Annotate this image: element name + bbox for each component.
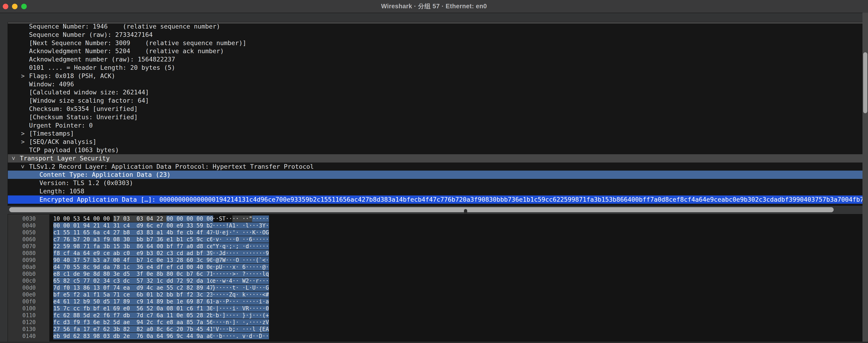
chevron-right-icon[interactable]: > (19, 72, 26, 80)
ascii-bytes[interactable]: ·b·]···· }·j···(+ (212, 312, 269, 319)
chevron-down-icon[interactable]: > (9, 155, 18, 162)
vertical-scrollbar[interactable] (863, 13, 868, 343)
hex-dump-row[interactable]: 00e0bf e5 f2 a1 f1 5a 71 ce 6b 01 b2 bb … (8, 291, 863, 298)
hex-segment[interactable]: d4 70 55 8c 9d da 78 1c 36 e4 df ef cd 0… (53, 264, 213, 270)
hex-dump-row[interactable]: 004000 00 01 94 21 41 31 c4 d9 6c e7 00 … (8, 222, 863, 229)
ascii-bytes[interactable]: ··Jd···· ·······9 (212, 250, 269, 257)
hex-dump-row[interactable]: 0140eb 9d 62 83 98 03 db 2e 76 0a 64 96 … (8, 333, 863, 340)
ascii-segment[interactable]: ····n·]· ·,····zV (212, 319, 269, 325)
chevron-right-icon[interactable]: > (19, 138, 26, 146)
hex-bytes[interactable]: eb 9d 62 83 98 03 db 2e 76 0a 64 96 9c 4… (53, 333, 213, 340)
packet-detail-row[interactable]: Content Type: Application Data (23) (8, 171, 863, 179)
hex-segment[interactable]: 22 59 98 71 fa 3b 15 3b 86 64 00 bf f7 a… (53, 243, 213, 249)
ascii-segment[interactable]: ··b····. v·d··D·· (212, 333, 269, 339)
hex-bytes[interactable]: bf e5 f2 a1 f1 5a 71 ce 6b 01 b2 bb bf f… (53, 291, 213, 298)
hex-segment[interactable]: e8 c1 de 9e 8d 80 3e d5 3f 0e 8b 80 0c b… (53, 271, 213, 277)
packet-detail-row[interactable]: Sequence Number (raw): 2733427164 (8, 31, 863, 39)
packet-detail-row[interactable]: Acknowledgment number (raw): 1564822237 (8, 55, 863, 64)
ascii-segment[interactable]: ··Jd···· ·······9 (212, 250, 269, 256)
packet-detail-row[interactable]: Acknowledgment Number: 5204 (relative ac… (8, 47, 863, 55)
packet-detail-row[interactable]: TCP payload (1063 bytes) (8, 146, 863, 154)
packet-detail-row[interactable]: Sequence Number: 1946 (relative sequence… (8, 22, 863, 31)
hex-segment[interactable]: 15 7c cc fb bf e1 69 e0 56 52 0a 08 01 c… (53, 305, 213, 312)
hex-segment[interactable]: c7 76 b7 20 a3 f9 08 30 bb b7 36 e1 b1 c… (53, 236, 213, 243)
packet-detail-row[interactable]: >Transport Layer Security (8, 154, 863, 163)
ascii-segment[interactable]: ·· ··" (232, 215, 252, 222)
ascii-segment[interactable]: ······>· ?·····lq (212, 271, 269, 277)
vertical-scrollbar-thumb[interactable] (863, 52, 867, 113)
packet-detail-row[interactable]: >Flags: 0x018 (PSH, ACK) (8, 72, 863, 80)
hex-segment[interactable]: 10 00 53 54 00 00 (53, 215, 113, 222)
ascii-bytes[interactable]: ·v· ···0 ··6····· (212, 236, 269, 243)
packet-detail-row[interactable]: >[SEQ/ACK analysis] (8, 138, 863, 146)
ascii-segment[interactable]: "Y·q·;·; ·d······ (212, 243, 269, 249)
ascii-bytes[interactable]: e··w·4·· W2··r··· (212, 277, 269, 284)
ascii-segment[interactable]: ·a··P··· ·····i·a (212, 298, 269, 305)
ascii-segment[interactable]: }·····t· ·L·U···G (212, 284, 269, 291)
hex-segment[interactable]: 7d f0 13 86 13 0f 74 ea d9 4c ae 55 c2 8… (53, 284, 213, 291)
ascii-bytes[interactable]: ····!A1· ·l···3Y· (212, 222, 269, 229)
hex-dump-row[interactable]: 00b0e8 c1 de 9e 8d 80 3e d5 3f 0e 8b 80 … (8, 271, 863, 277)
hex-dump-row[interactable]: 0110fc 62 88 5d e2 f6 f7 db 7d c7 6a 11 … (8, 312, 863, 319)
packet-detail-row[interactable]: [Next Sequence Number: 3009 (relative se… (8, 39, 863, 47)
ascii-segment[interactable]: ·|····i· VR·····0 (212, 305, 269, 312)
hex-bytes[interactable]: 65 82 c5 77 02 34 c3 dc 57 32 1c dd 72 9… (53, 277, 213, 284)
ascii-bytes[interactable]: ·@7W···O ····(`<· (212, 257, 269, 264)
packet-detail-row[interactable]: Urgent Pointer: 0 (8, 121, 863, 130)
hex-dump-row[interactable]: 003010 00 53 54 00 00 17 03 03 04 22 00 … (8, 215, 863, 222)
ascii-segment[interactable]: ··ST·· (212, 215, 232, 222)
packet-detail-row[interactable]: Length: 1058 (8, 187, 863, 196)
ascii-segment[interactable]: 'V···b;· ···l {EA (212, 326, 269, 333)
ascii-segment[interactable]: ·@7W···O ····(`<· (212, 257, 269, 263)
hex-bytes[interactable]: 7d f0 13 86 13 0f 74 ea d9 4c ae 55 c2 8… (53, 284, 213, 291)
hex-bytes[interactable]: c7 76 b7 20 a3 f9 08 30 bb b7 36 e1 b1 c… (53, 236, 213, 243)
ascii-segment[interactable]: ·b·]···· }·j···(+ (212, 312, 269, 319)
hex-bytes[interactable]: 90 40 37 57 b3 a7 00 4f b7 1c 0e 13 28 6… (53, 257, 213, 264)
chevron-down-icon[interactable]: > (19, 163, 27, 170)
ascii-segment[interactable]: ·····Zq· k·····<# (212, 291, 269, 298)
hex-dump-row[interactable]: 010015 7c cc fb bf e1 69 e0 56 52 0a 08 … (8, 305, 863, 312)
packet-detail-row[interactable]: Version: TLS 1.2 (0x0303) (8, 179, 863, 187)
hex-bytes[interactable]: c1 55 11 65 6a c4 27 b8 d3 83 a1 4b fe c… (53, 229, 213, 236)
hex-bytes[interactable]: 15 7c cc fb bf e1 69 e0 56 52 0a 08 01 c… (53, 305, 213, 312)
packet-detail-row[interactable]: Encrypted Application Data […]: 00000000… (8, 196, 863, 204)
packet-detail-row[interactable]: [Checksum Status: Unverified] (8, 113, 863, 121)
hex-segment[interactable]: 17 03 03 04 22 (113, 215, 166, 222)
hex-dump-row[interactable]: 0120fc d3 f9 f3 6e b2 5d ae 94 2c fc e8 … (8, 319, 863, 326)
hex-dump-row[interactable]: 013027 56 fa 17 e7 62 3b 82 82 a0 8c 6c … (8, 326, 863, 333)
ascii-bytes[interactable]: ··ST···· ··"····· (212, 215, 269, 222)
horizontal-scrollbar[interactable] (8, 206, 863, 214)
ascii-bytes[interactable]: ·pU···x· 6·····@· (212, 264, 269, 271)
packet-detail-row[interactable]: [Window size scaling factor: 64] (8, 97, 863, 105)
packet-detail-row[interactable]: 0101 .... = Header Length: 20 bytes (5) (8, 64, 863, 72)
ascii-bytes[interactable]: ··b····. v·d··D·· (212, 333, 269, 340)
hex-dump-row[interactable]: 009090 40 37 57 b3 a7 00 4f b7 1c 0e 13 … (8, 257, 863, 264)
hex-bytes[interactable]: fc 62 88 5d e2 f6 f7 db 7d c7 6a 11 0e 0… (53, 312, 213, 319)
hex-bytes[interactable]: d4 70 55 8c 9d da 78 1c 36 e4 df ef cd 0… (53, 264, 213, 271)
ascii-bytes[interactable]: ·a··P··· ·····i·a (212, 298, 269, 305)
hex-bytes[interactable]: 10 00 53 54 00 00 17 03 03 04 22 00 00 0… (53, 215, 213, 222)
hex-segment[interactable]: fc d3 f9 f3 6e b2 5d ae 94 2c fc e8 aa 8… (53, 319, 213, 325)
ascii-bytes[interactable]: ·····Zq· k·····<# (212, 291, 269, 298)
ascii-bytes[interactable]: ····n·]· ·,····zV (212, 319, 269, 326)
hex-dump-row[interactable]: 00a0d4 70 55 8c 9d da 78 1c 36 e4 df ef … (8, 264, 863, 271)
hex-segment[interactable]: 27 56 fa 17 e7 62 3b 82 82 a0 8c 6c 20 7… (53, 326, 213, 333)
ascii-segment[interactable]: ·v· ···0 ··6····· (212, 236, 269, 243)
ascii-bytes[interactable]: "Y·q·;·; ·d······ (212, 243, 269, 250)
hex-segment[interactable]: 90 40 37 57 b3 a7 00 4f b7 1c 0e 13 28 6… (53, 257, 213, 263)
packet-detail-row[interactable]: >TLSv1.2 Record Layer: Application Data … (8, 163, 863, 171)
packet-detail-row[interactable]: Window: 4096 (8, 80, 863, 89)
ascii-bytes[interactable]: ·U·ej·'· ···K··OG (212, 229, 269, 236)
hex-bytes[interactable]: 22 59 98 71 fa 3b 15 3b 86 64 00 bf f7 a… (53, 243, 213, 250)
hex-bytes[interactable]: e4 61 12 b9 50 d5 17 89 c9 14 89 be 1e 6… (53, 298, 213, 305)
hex-dump-row[interactable]: 00f0e4 61 12 b9 50 d5 17 89 c9 14 89 be … (8, 298, 863, 305)
hex-bytes[interactable]: fc d3 f9 f3 6e b2 5d ae 94 2c fc e8 aa 8… (53, 319, 213, 326)
hex-segment[interactable]: bf e5 f2 a1 f1 5a 71 ce 6b 01 b2 bb bf f… (53, 291, 213, 298)
hex-segment[interactable]: 65 82 c5 77 02 34 c3 dc 57 32 1c dd 72 9… (53, 278, 213, 284)
hex-segment[interactable]: e4 61 12 b9 50 d5 17 89 c9 14 89 be 1e 6… (53, 298, 213, 305)
chevron-right-icon[interactable]: > (19, 129, 26, 138)
ascii-segment[interactable]: ····!A1· ·l···3Y· (212, 222, 269, 229)
ascii-segment[interactable]: ·U·ej·'· ···K··OG (212, 229, 269, 236)
ascii-bytes[interactable]: }·····t· ·L·U···G (212, 284, 269, 291)
packet-detail-row[interactable]: [Calculated window size: 262144] (8, 88, 863, 97)
